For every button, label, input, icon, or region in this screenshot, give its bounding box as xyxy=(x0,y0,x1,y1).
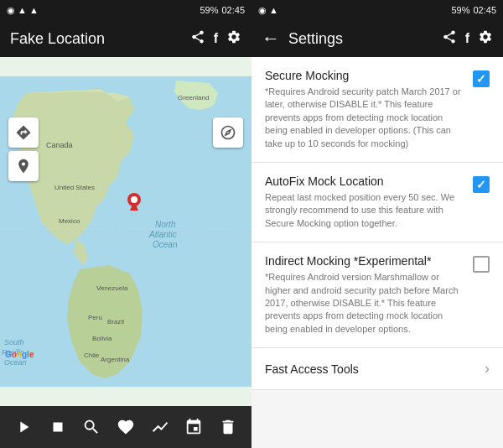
svg-text:Brazil: Brazil xyxy=(107,318,124,326)
map-area[interactable]: North Atlantic Ocean South Pacific Ocean… xyxy=(0,57,252,406)
svg-text:South: South xyxy=(4,338,24,346)
right-settings-icon[interactable] xyxy=(478,29,493,49)
svg-text:Chile: Chile xyxy=(84,352,100,359)
svg-text:Bolivia: Bolivia xyxy=(92,335,112,342)
compass-btn[interactable] xyxy=(213,117,243,148)
bottom-toolbar xyxy=(0,406,252,448)
secure-mocking-title: Secure Mocking xyxy=(265,69,464,82)
delete-button[interactable] xyxy=(213,412,243,442)
svg-text:Peru: Peru xyxy=(88,314,102,321)
indirect-mocking-checkbox[interactable]: ✓ xyxy=(473,256,490,273)
settings-header: ← Settings f xyxy=(252,20,503,57)
left-panel: ◉ ▲ ▲ 59% 02:45 Fake Location f xyxy=(0,0,252,448)
right-signal-icon: ◉ xyxy=(258,5,267,16)
signal-icon: ▲ xyxy=(18,5,27,15)
svg-point-20 xyxy=(131,196,137,203)
left-time: 02:45 xyxy=(221,5,245,15)
autofix-mock-check-icon: ✓ xyxy=(476,178,486,191)
wifi-icon: ▲ xyxy=(29,5,39,15)
right-status-bar: ◉ ▲ 59% 02:45 xyxy=(252,0,503,20)
right-status-icons: ◉ ▲ xyxy=(258,5,448,16)
stop-button[interactable] xyxy=(43,412,73,442)
right-panel: ◉ ▲ 59% 02:45 ← Settings f Secure Mockin… xyxy=(252,0,503,448)
right-share-icon[interactable] xyxy=(442,29,457,49)
favorites-button[interactable] xyxy=(111,412,141,442)
play-button[interactable] xyxy=(8,412,39,442)
share-icon[interactable] xyxy=(190,29,205,49)
right-battery: 59% xyxy=(451,5,469,15)
left-status-bar: ◉ ▲ ▲ 59% 02:45 xyxy=(0,0,252,20)
map-controls xyxy=(8,117,39,181)
app-title: Fake Location xyxy=(10,30,182,48)
location-icon: ◉ xyxy=(7,5,15,16)
indirect-mocking-desc: *Requires Android version Marshmallow or… xyxy=(265,271,464,336)
svg-text:Greenland: Greenland xyxy=(178,94,209,102)
left-battery: 59% xyxy=(200,5,218,15)
autofix-mock-text: AutoFix Mock Location Repeat last mocked… xyxy=(265,175,464,230)
secure-mocking-check-icon: ✓ xyxy=(476,72,486,86)
indirect-mocking-text: Indirect Mocking *Experimental* *Require… xyxy=(265,254,464,336)
facebook-icon[interactable]: f xyxy=(214,31,218,46)
autofix-mock-desc: Repeat last mocked position every 50 sec… xyxy=(265,191,464,230)
right-time: 02:45 xyxy=(473,5,496,15)
svg-text:Ocean: Ocean xyxy=(4,358,27,367)
secure-mocking-checkbox[interactable]: ✓ xyxy=(473,70,490,87)
navigate-icon-btn[interactable] xyxy=(8,117,39,148)
indirect-mocking-item[interactable]: Indirect Mocking *Experimental* *Require… xyxy=(252,242,503,348)
svg-text:Ocean: Ocean xyxy=(153,240,178,249)
right-facebook-icon[interactable]: f xyxy=(465,31,469,46)
secure-mocking-desc: *Requires Android security patch March 2… xyxy=(265,86,464,150)
settings-title: Settings xyxy=(288,30,433,48)
svg-text:United States: United States xyxy=(54,184,95,191)
secure-mocking-text: Secure Mocking *Requires Android securit… xyxy=(265,69,464,150)
bookmark-button[interactable] xyxy=(179,412,209,442)
fast-access-title: Fast Access Tools xyxy=(265,362,359,376)
secure-mocking-item[interactable]: Secure Mocking *Requires Android securit… xyxy=(252,57,503,163)
route-button[interactable] xyxy=(145,412,175,442)
svg-text:Mexico: Mexico xyxy=(59,217,80,225)
indirect-mocking-title: Indirect Mocking *Experimental* xyxy=(265,254,464,268)
fast-access-chevron-icon: › xyxy=(485,360,490,378)
right-wifi-icon: ▲ xyxy=(269,5,278,15)
settings-list: Secure Mocking *Requires Android securit… xyxy=(252,57,503,448)
autofix-mock-title: AutoFix Mock Location xyxy=(265,175,464,188)
left-settings-icon[interactable] xyxy=(226,29,241,49)
autofix-mock-item[interactable]: AutoFix Mock Location Repeat last mocked… xyxy=(252,163,503,242)
location-btn[interactable] xyxy=(8,151,39,181)
back-button[interactable]: ← xyxy=(262,28,280,49)
search-button[interactable] xyxy=(76,412,106,442)
autofix-mock-checkbox[interactable]: ✓ xyxy=(473,176,490,193)
app-header: Fake Location f xyxy=(0,20,252,57)
svg-text:North: North xyxy=(155,220,176,229)
svg-text:Venezuela: Venezuela xyxy=(96,284,128,292)
svg-rect-21 xyxy=(53,423,62,432)
svg-text:Atlantic: Atlantic xyxy=(148,230,177,239)
google-logo: Google xyxy=(5,350,34,359)
fast-access-item[interactable]: Fast Access Tools › xyxy=(252,348,503,390)
svg-text:Argentina: Argentina xyxy=(101,356,130,363)
left-status-icons: ◉ ▲ ▲ xyxy=(7,5,196,16)
svg-text:Canada: Canada xyxy=(46,141,73,149)
